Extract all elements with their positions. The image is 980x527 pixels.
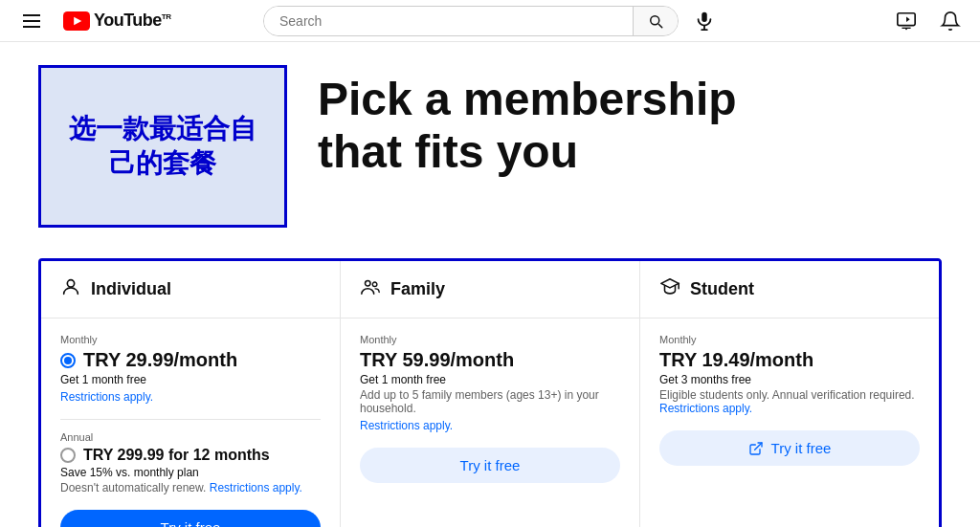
hamburger-menu-button[interactable] <box>15 7 48 35</box>
individual-try-button[interactable]: Try it free <box>60 510 321 527</box>
individual-monthly-link[interactable]: Restrictions apply. <box>60 390 153 404</box>
header-left: YouTubeTR <box>15 7 171 35</box>
plans-container: Individual Monthly TRY 29.99/month Get 1… <box>38 258 942 527</box>
top-section: 选一款最适合自己的套餐 Pick a membership that fits … <box>38 65 942 228</box>
student-monthly-link[interactable]: Restrictions apply. <box>659 402 752 415</box>
family-plan-icon <box>360 276 381 302</box>
individual-divider <box>60 419 321 420</box>
individual-plan-header: Individual <box>41 261 340 318</box>
individual-annual-sub: Save 15% vs. monthly plan <box>60 466 321 479</box>
youtube-logo-text: YouTubeTR <box>94 11 171 31</box>
individual-annual-radio[interactable] <box>60 448 76 463</box>
header-right <box>892 7 965 35</box>
bell-icon <box>940 11 961 32</box>
svg-rect-2 <box>702 11 707 21</box>
family-plan: Family Monthly TRY 59.99/month Get 1 mon… <box>341 261 640 527</box>
notifications-button[interactable] <box>936 7 965 35</box>
family-monthly-option: Monthly TRY 59.99/month Get 1 month free… <box>360 334 620 432</box>
search-form <box>263 6 679 36</box>
individual-annual-price-row: TRY 299.99 for 12 months <box>60 447 321 464</box>
svg-point-10 <box>372 282 377 287</box>
family-monthly-sub: Get 1 month free <box>360 373 620 386</box>
create-button[interactable] <box>892 7 921 35</box>
family-monthly-price: TRY 59.99/month <box>360 349 514 371</box>
student-plan: Student Monthly TRY 19.49/month Get 3 mo… <box>640 261 939 527</box>
individual-monthly-radio[interactable] <box>60 353 76 368</box>
family-monthly-link[interactable]: Restrictions apply. <box>360 419 453 432</box>
microphone-button[interactable] <box>686 7 723 35</box>
svg-line-12 <box>754 443 761 450</box>
family-plan-body: Monthly TRY 59.99/month Get 1 month free… <box>341 318 639 498</box>
individual-plan: Individual Monthly TRY 29.99/month Get 1… <box>41 261 341 527</box>
promo-text: 选一款最适合自己的套餐 <box>56 112 269 182</box>
youtube-logo[interactable]: YouTubeTR <box>63 11 171 31</box>
search-input[interactable] <box>264 7 633 35</box>
create-icon <box>896 11 917 32</box>
family-plan-name: Family <box>390 279 445 299</box>
student-monthly-sub: Get 3 months free <box>659 373 920 386</box>
individual-monthly-option: Monthly TRY 29.99/month Get 1 month free… <box>60 334 321 404</box>
svg-point-9 <box>366 281 371 287</box>
individual-plan-body: Monthly TRY 29.99/month Get 1 month free… <box>41 318 340 527</box>
student-plan-body: Monthly TRY 19.49/month Get 3 months fre… <box>640 318 939 481</box>
external-link-icon <box>748 441 764 456</box>
page-headline: Pick a membership that fits you <box>318 73 737 178</box>
site-header: YouTubeTR <box>0 0 980 42</box>
search-area <box>263 6 723 36</box>
main-content: 选一款最适合自己的套餐 Pick a membership that fits … <box>0 42 980 527</box>
hamburger-icon <box>19 11 44 32</box>
student-plan-name: Student <box>690 279 754 299</box>
student-plan-icon <box>659 276 680 302</box>
student-try-button[interactable]: Try it free <box>659 430 920 466</box>
individual-plan-name: Individual <box>91 279 171 299</box>
family-try-button[interactable]: Try it free <box>360 448 620 483</box>
search-icon <box>647 12 664 30</box>
student-monthly-label: Monthly <box>659 334 920 345</box>
individual-annual-price: TRY 299.99 for 12 months <box>83 447 270 464</box>
individual-monthly-price: TRY 29.99/month <box>83 349 237 371</box>
student-monthly-desc: Eligible students only. Annual verificat… <box>659 388 920 415</box>
student-plan-header: Student <box>640 261 939 318</box>
student-monthly-option: Monthly TRY 19.49/month Get 3 months fre… <box>659 334 920 415</box>
individual-monthly-sub: Get 1 month free <box>60 373 321 386</box>
family-monthly-label: Monthly <box>360 334 620 345</box>
student-monthly-price: TRY 19.49/month <box>659 349 813 371</box>
svg-point-8 <box>67 280 74 287</box>
individual-annual-option: Annual TRY 299.99 for 12 months Save 15%… <box>60 431 321 494</box>
family-monthly-price-row: TRY 59.99/month <box>360 349 620 371</box>
search-button[interactable] <box>633 7 678 35</box>
promo-box: 选一款最适合自己的套餐 <box>38 65 287 228</box>
individual-monthly-price-row: TRY 29.99/month <box>60 349 321 371</box>
family-monthly-desc: Add up to 5 family members (ages 13+) in… <box>360 388 620 415</box>
individual-annual-desc: Doesn't automatically renew. Restriction… <box>60 481 321 494</box>
individual-plan-icon <box>60 276 81 302</box>
individual-annual-link[interactable]: Restrictions apply. <box>210 481 302 494</box>
youtube-logo-icon <box>63 11 90 31</box>
family-plan-header: Family <box>341 261 639 318</box>
individual-monthly-label: Monthly <box>60 334 321 345</box>
individual-annual-label: Annual <box>60 431 321 443</box>
student-monthly-price-row: TRY 19.49/month <box>659 349 920 371</box>
microphone-icon <box>694 11 715 32</box>
